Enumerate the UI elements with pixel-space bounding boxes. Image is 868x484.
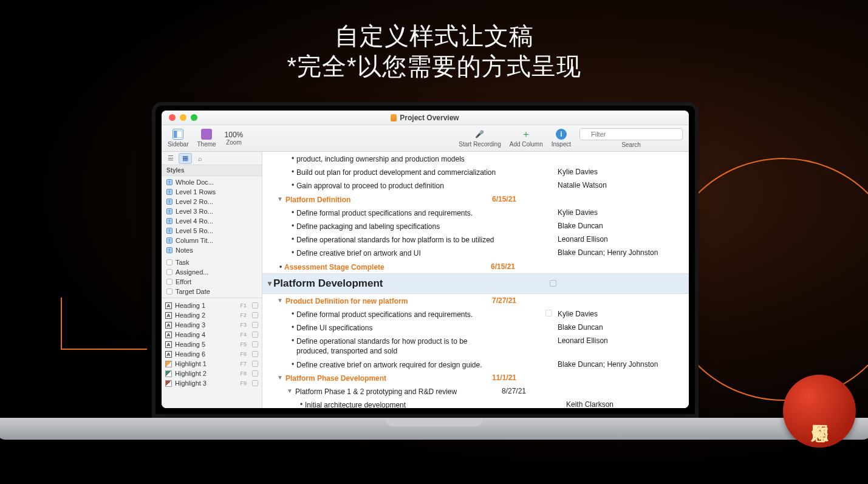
close-icon[interactable]: [169, 114, 176, 121]
highlight-style[interactable]: Highlight 3F9: [162, 378, 262, 388]
highlight-style[interactable]: Highlight 1F7: [162, 359, 262, 369]
maximize-icon[interactable]: [191, 114, 197, 121]
outline-row[interactable]: • Define operational standards for how p…: [262, 334, 689, 357]
sidebar-tab-outline[interactable]: ☰: [164, 153, 177, 164]
svg-rect-0: [174, 131, 177, 138]
outline-row[interactable]: • Initial architecture development Keith…: [262, 398, 689, 408]
site-seal-badge: 知您网: [783, 375, 856, 448]
outline-row[interactable]: • Gain approval to proceed to product de…: [262, 179, 689, 192]
outline-heading-row[interactable]: ▼ Platform Definition 6/15/21: [262, 193, 689, 206]
start-recording-button[interactable]: 🎤 Start Recording: [459, 129, 501, 148]
style-item[interactable]: TLevel 2 Ro...: [162, 197, 262, 206]
sidebar-tab-styles[interactable]: ▦: [179, 153, 192, 164]
outline-row[interactable]: • Define operational standards for how p…: [262, 233, 689, 246]
heading-style[interactable]: AHeading 4F4: [162, 330, 262, 339]
laptop-base: [0, 418, 868, 440]
theme-button[interactable]: Theme: [197, 129, 216, 148]
outline-row[interactable]: • Define packaging and labeling specific…: [262, 219, 689, 233]
document-icon: [391, 114, 397, 121]
outline-row[interactable]: • Build out plan for product development…: [262, 165, 689, 179]
outline-row[interactable]: • Define formal product specifications a…: [262, 307, 689, 321]
marketing-headline: 自定义样式让文稿 *完全*以您需要的方式呈现: [0, 0, 868, 81]
decorative-square: [61, 298, 147, 350]
style-item[interactable]: Assigned...: [162, 267, 262, 277]
add-column-button[interactable]: ＋ Add Column: [510, 129, 543, 148]
outline-main[interactable]: • product, including ownership and produ…: [262, 152, 689, 408]
style-item[interactable]: TLevel 3 Ro...: [162, 206, 262, 216]
window-titlebar: Project Overview: [162, 111, 689, 125]
style-item[interactable]: TLevel 5 Ro...: [162, 226, 262, 236]
search-label: Search: [621, 141, 641, 148]
app-window: Project Overview Sidebar Theme 100% Zoom…: [162, 111, 689, 408]
outline-row[interactable]: • Define creative brief on artwork requi…: [262, 358, 689, 371]
info-icon: i: [556, 129, 567, 140]
zoom-control[interactable]: 100% Zoom: [225, 131, 244, 146]
plus-icon: ＋: [521, 129, 531, 140]
heading-style[interactable]: AHeading 2F2: [162, 310, 262, 320]
laptop-mockup: Project Overview Sidebar Theme 100% Zoom…: [152, 102, 699, 418]
heading-style[interactable]: AHeading 6F6: [162, 349, 262, 359]
outline-row[interactable]: ▼Platform Phase 1 & 2 prototyping and R&…: [262, 384, 689, 398]
style-item[interactable]: Task: [162, 257, 262, 267]
sidebar-tab-search-icon[interactable]: ⌕: [193, 153, 207, 164]
style-item[interactable]: TLevel 1 Rows: [162, 187, 262, 197]
checkbox-icon[interactable]: [550, 280, 556, 287]
svg-rect-1: [177, 131, 182, 138]
outline-heading-row[interactable]: ▼ Product Definition for new platform 7/…: [262, 294, 689, 307]
heading-style[interactable]: AHeading 3F3: [162, 320, 262, 330]
sidebar-panel: ☰ ▦ ⌕ Styles TWhole Doc...TLevel 1 RowsT…: [162, 152, 262, 408]
window-title: Project Overview: [400, 114, 459, 122]
outline-row[interactable]: •Assessment Stage Complete6/15/21: [262, 260, 689, 273]
minimize-icon[interactable]: [180, 114, 186, 121]
style-item[interactable]: Effort: [162, 277, 262, 287]
outline-heading-row[interactable]: ▼ Platform Phase Development 11/1/21: [262, 371, 689, 384]
styles-header: Styles: [162, 165, 262, 176]
outline-row[interactable]: • Define UI specifications Blake Duncan: [262, 321, 689, 334]
outline-row[interactable]: • Define formal product specifications a…: [262, 206, 689, 219]
outline-section[interactable]: ▼Platform Development: [262, 273, 689, 294]
style-item[interactable]: TLevel 4 Ro...: [162, 216, 262, 226]
search-input[interactable]: [579, 128, 683, 140]
style-item[interactable]: TNotes: [162, 245, 262, 255]
inspect-button[interactable]: i Inspect: [552, 129, 571, 148]
outline-row[interactable]: • product, including ownership and produ…: [262, 152, 689, 165]
highlight-style[interactable]: Highlight 2F8: [162, 369, 262, 378]
style-item[interactable]: TColumn Tit...: [162, 236, 262, 245]
heading-style[interactable]: AHeading 5F5: [162, 339, 262, 349]
outline-row[interactable]: • Define creative brief on artwork and U…: [262, 246, 689, 259]
style-item[interactable]: Target Date: [162, 287, 262, 296]
style-item[interactable]: TWhole Doc...: [162, 177, 262, 187]
sidebar-toggle-button[interactable]: Sidebar: [168, 129, 188, 148]
heading-style[interactable]: AHeading 1F1: [162, 301, 262, 310]
toolbar: Sidebar Theme 100% Zoom 🎤 Start Recordin…: [162, 125, 689, 152]
microphone-icon: 🎤: [474, 129, 485, 140]
